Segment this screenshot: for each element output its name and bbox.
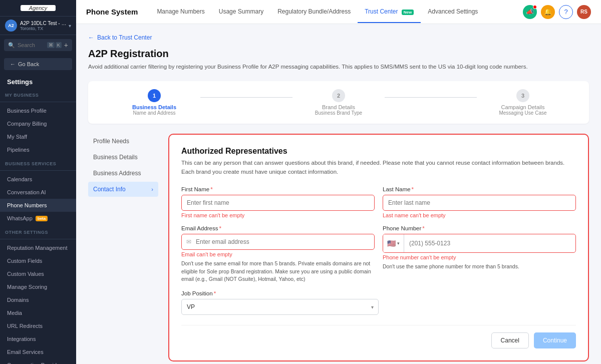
sidebar-item-integrations[interactable]: Integrations xyxy=(0,332,76,345)
last-name-input[interactable] xyxy=(383,195,576,211)
step-1-label: Business Details xyxy=(132,104,176,110)
alert-icon: 🔔 xyxy=(544,8,552,16)
email-input[interactable] xyxy=(181,234,375,250)
contact-info-chevron-icon: › xyxy=(151,186,153,192)
sidebar-item-pipelines[interactable]: Pipelines xyxy=(0,143,76,156)
other-settings-section-label: OTHER SETTINGS xyxy=(0,225,76,237)
first-name-error: First name can't be empty xyxy=(181,212,375,218)
name-row: First Name* First name can't be empty La… xyxy=(181,186,576,218)
phone-input-wrapper: 🇺🇸 ▾ xyxy=(383,234,576,253)
account-info: A2P 10DLC Test - Sh... Toronto, TX xyxy=(20,21,68,31)
left-nav-business-details[interactable]: Business Details xyxy=(88,150,158,165)
step-2-circle: 2 xyxy=(332,89,345,102)
step-3: 3 Campaign Details Messaging Use Case xyxy=(477,89,569,116)
sidebar-item-phone-numbers[interactable]: Phone Numbers xyxy=(0,199,76,212)
search-icon: 🔍 xyxy=(8,42,15,49)
sidebar-item-domains[interactable]: Domains xyxy=(0,293,76,306)
plus-icon[interactable]: + xyxy=(64,41,68,49)
phone-flag-selector[interactable]: 🇺🇸 ▾ xyxy=(383,234,404,252)
shortcut-k: K xyxy=(56,42,62,48)
step-3-label: Campaign Details xyxy=(501,104,545,110)
last-name-group: Last Name* Last name can't be empty xyxy=(383,186,576,218)
last-name-required: * xyxy=(412,186,414,192)
email-input-wrapper: ✉ xyxy=(181,234,375,250)
step-1-circle: 1 xyxy=(148,89,161,102)
left-nav-business-address[interactable]: Business Address xyxy=(88,166,158,181)
authorized-representatives-form: Authorized Representatives This can be a… xyxy=(168,134,589,361)
sidebar-item-business-profile[interactable]: Business Profile xyxy=(0,104,76,117)
step-connector-2 xyxy=(385,97,477,98)
account-sub: Toronto, TX xyxy=(20,26,68,31)
phone-error: Phone number can't be empty xyxy=(383,254,576,260)
account-switcher[interactable]: A2 A2P 10DLC Test - Sh... Toronto, TX ▾ xyxy=(0,16,76,35)
settings-heading: Settings xyxy=(0,73,76,88)
tab-trust-center[interactable]: Trust Center New xyxy=(358,1,421,23)
sidebar-item-url-redirects[interactable]: URL Redirects xyxy=(0,319,76,332)
job-position-group: Job Position* VP CEO CFO General Manager… xyxy=(181,290,379,315)
phone-input[interactable] xyxy=(404,236,575,251)
sidebar-item-email-services[interactable]: Email Services xyxy=(0,345,76,358)
first-name-label: First Name* xyxy=(181,186,375,192)
email-hint: Don't use the same email for more than 5… xyxy=(181,260,375,283)
sidebar-item-media[interactable]: Media xyxy=(0,306,76,319)
job-position-select[interactable]: VP CEO CFO General Manager Director Othe… xyxy=(181,299,379,315)
sidebar-item-custom-fields[interactable]: Custom Fields xyxy=(0,254,76,267)
contact-row: Email Address* ✉ Email can't be empty Do… xyxy=(181,225,576,283)
phone-required: * xyxy=(422,225,424,231)
help-icon-btn[interactable]: ? xyxy=(559,5,573,19)
alerts-icon-btn[interactable]: 🔔 xyxy=(541,5,555,19)
first-name-required: * xyxy=(210,186,212,192)
business-services-section-label: BUSINESS SERVICES xyxy=(0,156,76,168)
job-position-row: Job Position* VP CEO CFO General Manager… xyxy=(181,290,576,315)
page-title: A2P Registration xyxy=(88,48,589,60)
step-1-sublabel: Name and Address xyxy=(133,110,175,116)
sidebar-item-company-billing[interactable]: Company Billing xyxy=(0,117,76,130)
notifications-icon-btn[interactable]: 📣 xyxy=(523,5,537,19)
first-name-input[interactable] xyxy=(181,195,375,211)
us-flag-icon: 🇺🇸 xyxy=(387,239,396,247)
form-footer: Cancel Continue xyxy=(181,325,576,348)
tab-regulatory[interactable]: Regulatory Bundle/Address xyxy=(270,1,358,23)
stepper: 1 Business Details Name and Address 2 Br… xyxy=(88,81,589,124)
phone-hint: Don't use the same phone number for more… xyxy=(383,263,576,271)
search-bar[interactable]: 🔍 ⌘ K + xyxy=(4,39,72,51)
step-1: 1 Business Details Name and Address xyxy=(108,89,200,116)
page-module-title: Phone System xyxy=(86,8,138,16)
trust-center-new-badge: New xyxy=(402,10,414,15)
topnav: Phone System Manage Numbers Usage Summar… xyxy=(76,0,601,24)
step-3-circle: 3 xyxy=(516,89,529,102)
sidebar-item-whatsapp[interactable]: WhatsApp beta xyxy=(0,212,76,225)
left-nav: Profile Needs Business Details Business … xyxy=(88,134,158,361)
search-input[interactable] xyxy=(18,42,45,48)
left-nav-contact-info[interactable]: Contact Info › xyxy=(88,182,158,197)
tab-manage-numbers[interactable]: Manage Numbers xyxy=(150,1,211,23)
sidebar-item-my-staff[interactable]: My Staff xyxy=(0,130,76,143)
continue-button[interactable]: Continue xyxy=(534,332,576,348)
notification-dot xyxy=(533,5,537,9)
sidebar-item-reputation-management[interactable]: Reputation Management xyxy=(0,241,76,254)
my-business-section-label: MY BUSINESS xyxy=(0,88,76,100)
sidebar-item-manage-scoring[interactable]: Manage Scoring xyxy=(0,280,76,293)
sidebar-item-conversation-providers[interactable]: Conversation Providers xyxy=(0,358,76,364)
sidebar-item-calendars[interactable]: Calendars xyxy=(0,173,76,186)
topnav-tabs: Manage Numbers Usage Summary Regulatory … xyxy=(150,1,523,23)
last-name-error: Last name can't be empty xyxy=(383,212,576,218)
sidebar-item-conversation-ai[interactable]: Conversation AI xyxy=(0,186,76,199)
step-2-label: Brand Details xyxy=(322,104,355,110)
tab-advanced-settings[interactable]: Advanced Settings xyxy=(421,1,485,23)
job-position-required: * xyxy=(214,290,216,296)
back-to-trust-center-link[interactable]: ← Back to Trust Center xyxy=(88,34,589,41)
page-content: ← Back to Trust Center A2P Registration … xyxy=(76,24,601,364)
search-shortcut: ⌘ K xyxy=(47,42,62,48)
user-avatar[interactable]: RS xyxy=(577,5,591,19)
cancel-button[interactable]: Cancel xyxy=(491,332,529,348)
shortcut-cmd: ⌘ xyxy=(47,42,55,48)
form-container: Authorized Representatives This can be a… xyxy=(168,134,589,361)
email-required: * xyxy=(219,225,221,231)
go-back-button[interactable]: ← Go Back xyxy=(4,58,72,70)
back-arrow-icon: ← xyxy=(88,34,94,41)
sidebar: Agency A2 A2P 10DLC Test - Sh... Toronto… xyxy=(0,0,76,364)
sidebar-item-custom-values[interactable]: Custom Values xyxy=(0,267,76,280)
tab-usage-summary[interactable]: Usage Summary xyxy=(212,1,270,23)
left-nav-profile-needs[interactable]: Profile Needs xyxy=(88,134,158,149)
